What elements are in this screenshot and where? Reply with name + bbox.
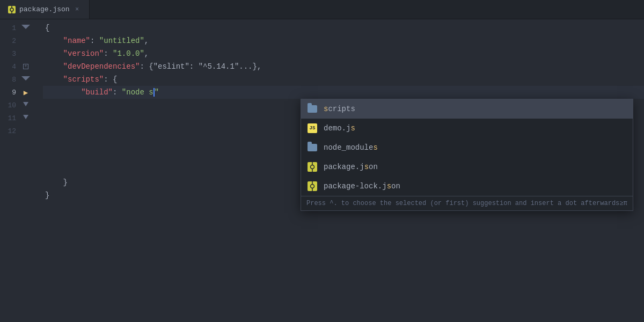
code-line-8: "scripts": { [43, 73, 644, 86]
gutter-row-10: 10 [0, 99, 43, 112]
line-num-12: 12 [0, 127, 20, 135]
autocomplete-hint-bar: Press ^. to choose the selected (or firs… [301, 196, 633, 210]
gutter-row-8: 8 [0, 73, 43, 86]
editor: 1 2 3 4 + 8 9 ▶ 10 [0, 19, 644, 322]
hint-text: Press ^. to choose the selected (or firs… [306, 200, 619, 207]
code-text: "build" [45, 88, 113, 97]
json-icon-packagelockjson [306, 180, 318, 192]
code-text: "name" [45, 36, 90, 45]
js-icon-demojs: JS [306, 122, 318, 134]
autocomplete-item-packagelockjson[interactable]: package-lock.json [301, 177, 633, 196]
gutter-row-12: 12 [0, 125, 43, 137]
code-area[interactable]: { "name": "untitled", "version": "1.0.0"… [43, 19, 644, 322]
code-text: } [45, 191, 49, 200]
line-num-3: 3 [0, 50, 20, 58]
tab-label: package.json [19, 5, 70, 13]
gutter-row-3: 3 [0, 47, 43, 60]
autocomplete-item-packagejson[interactable]: package.json [301, 157, 633, 177]
line-num-4: 4 [0, 63, 20, 71]
item-label-packagejson: package.json [324, 163, 378, 171]
code-line-3: "version": "1.0.0", [43, 47, 644, 60]
fold-icon-10[interactable] [20, 102, 31, 109]
line-num-9: 9 [0, 89, 20, 97]
code-line-1: { [43, 21, 644, 34]
fold-icon-11[interactable] [20, 115, 31, 122]
code-line-4: "devDependencies": {"eslint": "^5.14.1".… [43, 60, 644, 73]
tab-package-json[interactable]: package.json × [0, 0, 90, 19]
folder-icon-nodemodules [306, 142, 318, 153]
line-num-8: 8 [0, 76, 20, 84]
line-num-2: 2 [0, 37, 20, 45]
tab-json-icon [8, 5, 16, 14]
autocomplete-item-nodemodules[interactable]: node_modules [301, 138, 633, 157]
code-line-2: "name": "untitled", [43, 34, 644, 47]
tab-bar: package.json × [0, 0, 644, 19]
gutter-row-2: 2 [0, 34, 43, 47]
fold-icon-1[interactable] [20, 25, 31, 32]
item-label-demojs: demo.js [324, 124, 355, 133]
gutter-row-11: 11 [0, 112, 43, 125]
arrow-icon-9: ▶ [20, 88, 31, 97]
code-text: } [45, 178, 68, 187]
autocomplete-list: scripts JS demo.js node_mod [301, 99, 633, 211]
item-label-packagelockjson: package-lock.json [324, 182, 400, 191]
fold-icon-4[interactable]: + [20, 64, 31, 69]
autocomplete-dropdown: scripts JS demo.js node_mod [172, 99, 633, 211]
gutter-row-1: 1 [0, 21, 43, 34]
autocomplete-item-demojs[interactable]: JS demo.js [301, 119, 633, 138]
item-label-scripts: scripts [324, 105, 355, 113]
gutter: 1 2 3 4 + 8 9 ▶ 10 [0, 19, 43, 322]
code-text: { [45, 24, 49, 32]
json-icon-packagejson [306, 161, 318, 173]
tab-close-button[interactable]: × [73, 5, 82, 14]
line-num-10: 10 [0, 101, 20, 109]
folder-icon-scripts [306, 103, 318, 115]
line-num-11: 11 [0, 114, 20, 122]
code-line-9: "build": "node s" [43, 86, 644, 99]
code-text: "devDependencies" [45, 62, 140, 71]
line-num-1: 1 [0, 24, 20, 32]
gutter-row-4: 4 + [0, 60, 43, 73]
code-text: "scripts" [45, 75, 104, 84]
fold-icon-8[interactable] [20, 76, 31, 83]
code-text: "version" [45, 49, 104, 58]
item-label-nodemodules: node_modules [324, 143, 378, 152]
autocomplete-item-scripts[interactable]: scripts [301, 99, 633, 119]
gutter-row-9: 9 ▶ [0, 86, 43, 99]
hint-more: ≥π [619, 200, 627, 207]
